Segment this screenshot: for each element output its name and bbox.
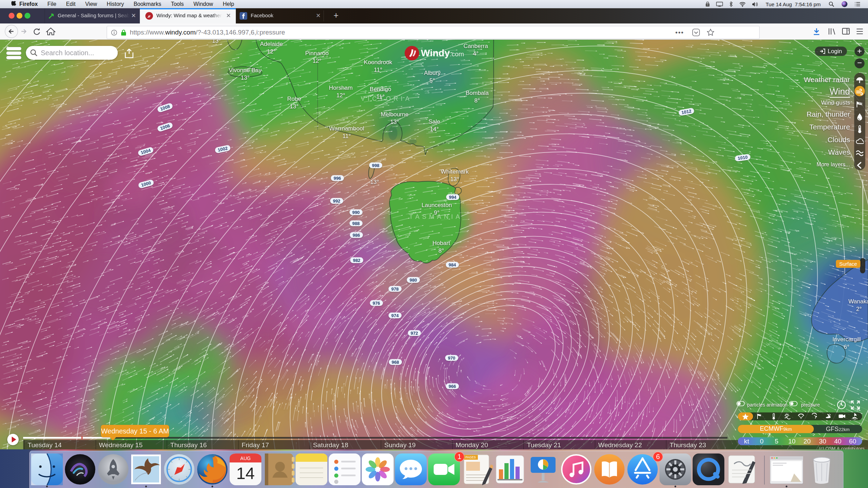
svg-text:Windy.com: Windy.com <box>421 48 464 58</box>
svg-text:AUG: AUG <box>240 456 251 461</box>
svg-text:14: 14 <box>236 464 254 482</box>
svg-text:PAGES: PAGES <box>465 456 476 459</box>
